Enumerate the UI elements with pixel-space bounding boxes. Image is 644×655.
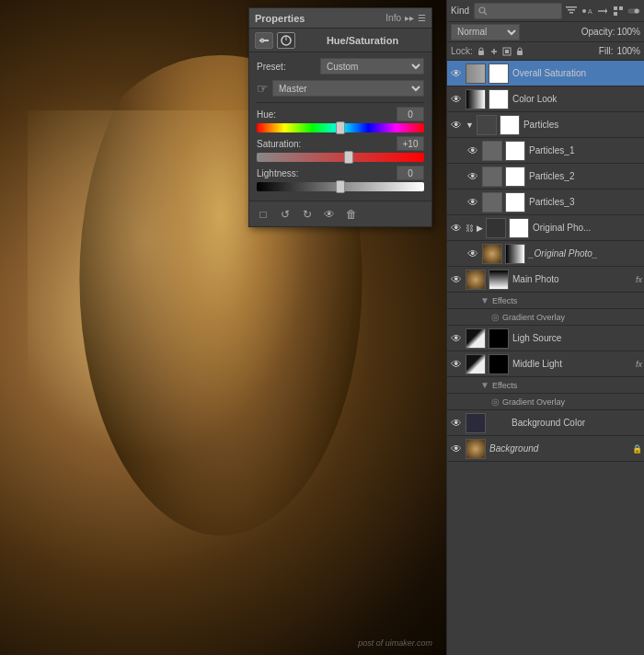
effects-row: ▼ Effects <box>447 293 644 309</box>
svg-rect-20 <box>517 51 523 55</box>
lock-pixels-icon[interactable] <box>477 47 486 56</box>
layer-thumbnail <box>482 192 502 213</box>
fx-label: fx <box>636 360 642 369</box>
svg-point-3 <box>479 7 485 13</box>
hue-thumb[interactable] <box>336 121 345 134</box>
filter-icon-1[interactable] <box>565 5 578 17</box>
fill-label: Fill: <box>599 46 614 56</box>
layer-name: Color Look <box>511 94 642 104</box>
layer-name: Background Color <box>488 418 642 428</box>
lock-position-icon[interactable] <box>489 47 499 56</box>
hue-slider-container: Hue: 0 <box>257 107 424 132</box>
layer-row[interactable]: 👁 ⛓ ▶ Original Pho... <box>447 215 644 241</box>
svg-point-1 <box>260 39 264 42</box>
svg-rect-13 <box>619 6 623 10</box>
layer-row[interactable]: 👁 Ligh Source <box>447 326 644 351</box>
layer-mask <box>505 192 525 213</box>
effects-expand-icon[interactable]: ▼ <box>480 380 489 390</box>
properties-bottom-toolbar: □ ↺ ↻ 👁 🗑 <box>249 201 431 226</box>
properties-tab-bar: Hue/Saturation <box>249 29 431 52</box>
hue-slider-track[interactable] <box>257 123 424 132</box>
photo-watermark: post of uimaker.com <box>358 638 432 648</box>
layer-name: Background <box>488 443 630 454</box>
channel-select[interactable]: Master <box>272 80 424 97</box>
visibility-toggle[interactable]: 👁 <box>449 92 464 107</box>
visibility-toggle[interactable]: 👁 <box>466 247 480 261</box>
info-tab[interactable]: Info <box>385 13 401 23</box>
layer-row[interactable]: 👁 Particles_2 <box>447 164 644 190</box>
svg-line-4 <box>485 12 488 15</box>
hue-value[interactable]: 0 <box>397 107 424 121</box>
preset-select[interactable]: Custom <box>320 58 424 75</box>
visibility-toggle[interactable]: 👁 <box>466 169 480 184</box>
filter-toggle[interactable] <box>627 5 640 17</box>
visibility-toggle[interactable]: 👁 <box>449 442 464 456</box>
layer-row[interactable]: 👁 Particles_1 <box>447 138 644 164</box>
opacity-value[interactable]: 100% <box>616 27 640 37</box>
saturation-value[interactable]: +10 <box>397 136 424 151</box>
lock-all-icon[interactable] <box>515 47 524 56</box>
layer-row[interactable]: 👁 Background 🔒 <box>447 436 644 462</box>
delete-button[interactable]: 🗑 <box>343 206 360 223</box>
adjustment-icon <box>259 35 270 46</box>
layers-list: 👁 Overall Saturation 👁 Color Look 👁 ▼ Pa… <box>447 61 644 580</box>
fill-value[interactable]: 100% <box>616 46 640 56</box>
blend-mode-select[interactable]: Normal <box>451 24 520 40</box>
layer-row[interactable]: 👁 _Original Photo_ <box>447 241 644 267</box>
svg-rect-7 <box>569 12 573 14</box>
expand-arrow[interactable]: ▶ <box>477 224 483 233</box>
layer-name: Particles_1 <box>527 145 642 155</box>
visibility-toggle[interactable]: 👁 <box>449 66 464 81</box>
gradient-overlay-row: ◎ Gradient Overlay <box>447 394 644 410</box>
layer-row[interactable]: 👁 Overall Saturation <box>447 61 644 86</box>
filter-search-box[interactable] <box>474 3 562 19</box>
layer-row[interactable]: 👁 Background Color <box>447 410 644 436</box>
visibility-button[interactable]: 👁 <box>321 206 338 223</box>
opacity-bar: Opacity: 100% <box>581 27 640 37</box>
filter-icon-2[interactable]: A <box>581 5 593 17</box>
visibility-toggle[interactable]: 👁 <box>449 272 464 287</box>
visibility-toggle[interactable]: 👁 <box>449 331 464 346</box>
visibility-toggle[interactable]: 👁 <box>449 118 464 132</box>
saturation-label: Saturation: <box>257 139 397 149</box>
expand-arrow[interactable]: ▼ <box>466 121 474 130</box>
filter-icon-3[interactable] <box>596 5 609 17</box>
gradient-expand-icon[interactable]: ◎ <box>491 396 500 407</box>
properties-title-bar: Properties Info ▸▸ ☰ <box>249 8 431 29</box>
clip-button[interactable]: □ <box>255 206 271 223</box>
layer-row[interactable]: 👁 Middle Light fx <box>447 351 644 377</box>
layer-row[interactable]: 👁 Color Look <box>447 86 644 112</box>
properties-body: Preset: Custom ☞ Master Hue: 0 <box>249 52 431 201</box>
layer-row[interactable]: 👁 ▼ Particles <box>447 112 644 138</box>
layer-thumbnail <box>482 141 502 161</box>
channel-row: ☞ Master <box>257 80 424 97</box>
visibility-toggle[interactable]: 👁 <box>466 144 480 158</box>
visibility-toggle[interactable]: 👁 <box>449 416 464 431</box>
hue-sat-tab-icon[interactable] <box>277 32 295 49</box>
svg-rect-14 <box>614 12 617 16</box>
saturation-thumb[interactable] <box>344 151 353 164</box>
undo-button[interactable]: ↺ <box>277 206 293 223</box>
lightness-slider-track[interactable] <box>257 182 424 191</box>
visibility-toggle[interactable]: 👁 <box>466 195 480 210</box>
lightness-value[interactable]: 0 <box>397 166 424 180</box>
layer-row[interactable]: 👁 Particles_3 <box>447 190 644 215</box>
hand-icon[interactable]: ☞ <box>257 81 269 96</box>
visibility-toggle[interactable]: 👁 <box>449 221 464 236</box>
filter-icon-4[interactable] <box>612 5 625 17</box>
lightness-label-row: Lightness: 0 <box>257 166 424 180</box>
menu-icon[interactable]: ☰ <box>418 13 426 23</box>
redo-button[interactable]: ↻ <box>299 206 316 223</box>
adjustment-tab-icon[interactable] <box>255 32 273 49</box>
layers-panel: Kind A Normal Opacity: 100% Lock: Fill: … <box>446 0 644 655</box>
visibility-toggle[interactable]: 👁 <box>449 357 464 372</box>
gradient-expand-icon[interactable]: ◎ <box>491 312 500 322</box>
layer-mask <box>505 141 525 161</box>
effects-expand-icon[interactable]: ▼ <box>480 295 489 305</box>
layer-row[interactable]: 👁 Main Photo fx <box>447 267 644 293</box>
lock-artboard-icon[interactable] <box>502 47 512 56</box>
saturation-slider-track[interactable] <box>257 153 424 162</box>
lightness-thumb[interactable] <box>336 180 345 193</box>
lock-bar: Lock: Fill: 100% <box>447 42 644 61</box>
expand-icon[interactable]: ▸▸ <box>405 13 414 23</box>
